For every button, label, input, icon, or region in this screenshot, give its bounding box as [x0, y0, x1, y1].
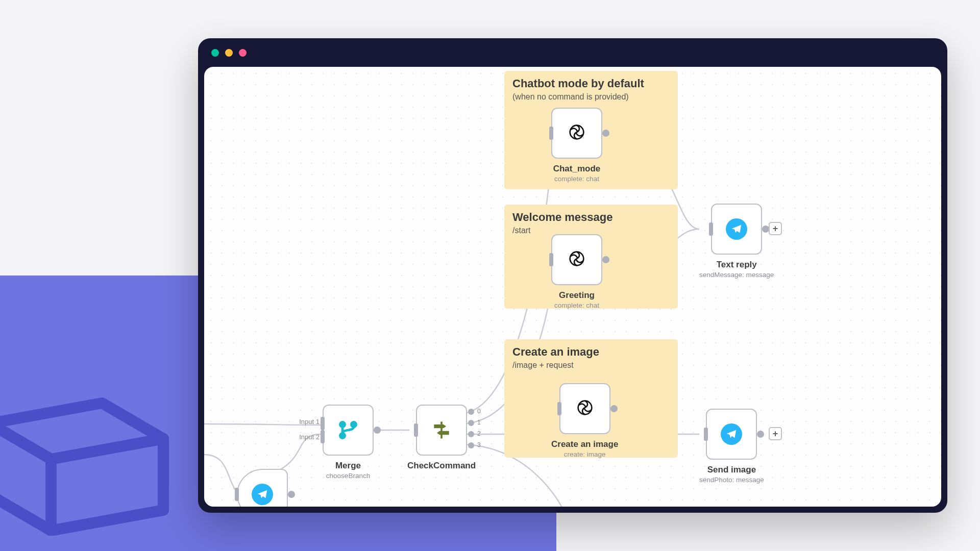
node-output-port[interactable]	[288, 491, 295, 498]
node-chat-mode[interactable]: Chat_mode complete: chat	[551, 108, 602, 183]
node-output-port[interactable]	[602, 130, 609, 137]
background-cube-illustration	[0, 393, 184, 536]
node-title: Chat_mode	[551, 164, 602, 174]
node-multi-output: 0 1 2 3	[468, 409, 474, 448]
node-input-port[interactable]	[414, 423, 418, 437]
add-node-button[interactable]: +	[769, 427, 782, 440]
node-title: CheckCommand	[407, 461, 476, 471]
node-subtitle: complete: chat	[551, 302, 602, 309]
node-merge[interactable]: Merge chooseBranch	[323, 405, 374, 480]
output-port-2[interactable]	[468, 431, 474, 437]
add-node-button[interactable]: +	[769, 222, 782, 235]
node-subtitle: create: image	[551, 450, 618, 458]
traffic-light-minimize-icon[interactable]	[225, 49, 233, 57]
group-subtitle: (when no command is provided)	[512, 92, 670, 102]
merge-input-label-2: Input 2	[292, 433, 320, 441]
node-output-port[interactable]	[374, 427, 381, 434]
signpost-icon	[430, 419, 453, 441]
output-label: 2	[477, 430, 481, 437]
node-output-port[interactable]	[602, 256, 609, 263]
output-port-0[interactable]	[468, 409, 474, 415]
node-input-port[interactable]	[549, 127, 553, 140]
node-title: Send image	[699, 465, 764, 475]
traffic-light-close-icon[interactable]	[211, 49, 219, 57]
output-port-1[interactable]	[468, 420, 474, 426]
group-title: Chatbot mode by default	[512, 77, 670, 90]
node-input-port[interactable]	[321, 430, 325, 443]
telegram-icon	[726, 218, 747, 240]
node-output-port[interactable]	[757, 431, 764, 438]
workflow-canvas[interactable]: Chatbot mode by default (when no command…	[204, 67, 941, 507]
window-titlebar	[198, 38, 947, 67]
group-title: Create an image	[512, 345, 670, 359]
output-label: 1	[477, 419, 481, 426]
node-input-port[interactable]	[321, 417, 325, 430]
node-input-port[interactable]	[704, 428, 708, 441]
node-input-port[interactable]	[549, 253, 553, 266]
telegram-icon	[721, 423, 742, 445]
output-port-3[interactable]	[468, 442, 474, 448]
merge-input-label-1: Input 1	[292, 418, 320, 425]
node-greeting[interactable]: Greeting complete: chat	[551, 234, 602, 309]
group-subtitle: /image + request	[512, 361, 670, 370]
node-output-port[interactable]	[610, 405, 618, 412]
node-input-port[interactable]	[709, 222, 713, 236]
svg-rect-3	[440, 422, 443, 439]
output-label: 3	[477, 441, 481, 448]
plus-icon: +	[773, 223, 778, 234]
node-check-command[interactable]: 0 1 2 3 CheckCommand	[407, 405, 476, 471]
node-create-image[interactable]: Create an image create: image	[551, 383, 618, 458]
node-input-port[interactable]	[235, 488, 239, 501]
node-subtitle: complete: chat	[551, 175, 602, 183]
openai-icon	[567, 248, 587, 271]
node-send-image[interactable]: Send image sendPhoto: message	[699, 409, 764, 484]
node-title: Create an image	[551, 439, 618, 449]
openai-icon	[567, 122, 587, 144]
node-subtitle: sendMessage: message	[699, 271, 774, 279]
node-title: Greeting	[551, 290, 602, 300]
node-text-reply[interactable]: Text reply sendMessage: message	[699, 204, 774, 279]
openai-icon	[575, 397, 595, 420]
git-branch-icon	[337, 419, 359, 441]
app-window: Chatbot mode by default (when no command…	[198, 38, 947, 513]
node-subtitle: sendPhoto: message	[699, 476, 764, 484]
telegram-icon	[252, 484, 273, 505]
plus-icon: +	[773, 429, 778, 439]
node-title: Merge	[323, 461, 374, 471]
node-input-port[interactable]	[557, 402, 561, 415]
node-title: Text reply	[699, 260, 774, 270]
group-title: Welcome message	[512, 211, 670, 224]
node-subtitle: chooseBranch	[323, 472, 374, 480]
output-label: 0	[477, 408, 481, 415]
node-telegram-trigger[interactable]	[237, 469, 288, 507]
traffic-light-zoom-icon[interactable]	[239, 49, 247, 57]
